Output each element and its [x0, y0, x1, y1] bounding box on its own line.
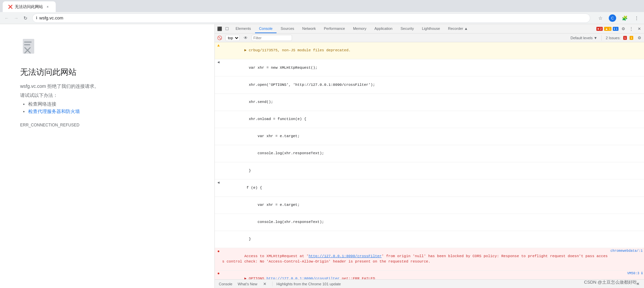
spacer-10	[216, 215, 221, 220]
error-icon-2: ●	[216, 272, 221, 276]
tab-sources[interactable]: Sources	[277, 24, 298, 33]
bottom-tab-whatsnew[interactable]: What's New	[236, 281, 258, 287]
spacer-9	[216, 198, 221, 203]
devtools-settings-button[interactable]: ⚙	[620, 25, 627, 32]
devtools-bottom-bar: Console What's New ✕ Highlights from the…	[215, 279, 644, 288]
bookmark-button[interactable]: ☆	[596, 13, 605, 23]
browser-actions: ☆ C 🧩 ⋮	[596, 13, 641, 23]
reload-button[interactable]: ↻	[21, 14, 30, 22]
profile-button[interactable]: C	[608, 13, 617, 23]
url-text: wsfg.vc.com	[39, 15, 63, 20]
browser-tab-bar: ❌ 无法访问此网站 ×	[0, 0, 644, 12]
error-icon-1: ●	[216, 249, 221, 254]
spacer-3	[216, 95, 221, 100]
console-code-text-5: var xhr = e.target;	[222, 129, 643, 144]
back-button[interactable]: ←	[3, 14, 11, 22]
console-code-text-7: }	[222, 163, 643, 178]
console-entry-warning: ▲ ► crbug/1173575, non-JS module files d…	[215, 42, 644, 59]
whatsnew-close-button[interactable]: ✕	[261, 281, 268, 287]
watermark: CSDN @土豆怎么做都好吃。	[584, 279, 641, 285]
error-suggestions-list: 检查网络连接 检查代理服务器和防火墙	[20, 101, 194, 115]
options-error-location[interactable]: VM50:3 ℹ	[627, 271, 643, 276]
console-code-text-11: }	[222, 232, 643, 247]
browser-toolbar: ← → ↻ ℹ wsfg.vc.com ☆ C 🧩 ⋮	[0, 12, 644, 24]
console-code-text-1: var xhr = new XMLHttpRequest();	[222, 60, 643, 75]
tab-console[interactable]: Console	[255, 24, 277, 33]
console-code-entry-9: var xhr = e.target;	[215, 197, 644, 214]
tab-lighthouse[interactable]: Lighthouse	[418, 24, 444, 33]
clear-console-button[interactable]: 🚫	[216, 35, 223, 41]
console-code-entry-7: }	[215, 162, 644, 179]
options-link[interactable]: http://127.0.0.1:8090/crossFilter	[266, 277, 340, 279]
console-code-text-2: xhr.open('OPTIONS', 'http://127.0.0.1:80…	[222, 77, 643, 93]
devtools-close-button[interactable]: ✕	[636, 25, 643, 32]
console-code-entry-2: xhr.open('OPTIONS', 'http://127.0.0.1:80…	[215, 76, 644, 94]
address-bar[interactable]: ℹ wsfg.vc.com	[32, 13, 590, 23]
error-suggestions-title: 请试试以下办法：	[20, 93, 194, 99]
issues-label: 2 Issues:	[606, 36, 621, 40]
forward-button[interactable]: →	[12, 14, 20, 22]
tab-recorder[interactable]: Recorder ▲	[444, 24, 472, 33]
spacer-2	[216, 77, 221, 82]
nav-buttons: ← → ↻	[3, 14, 30, 22]
context-select[interactable]: top	[226, 35, 240, 41]
warning-icon: ▲	[216, 43, 221, 48]
error-page-icon	[20, 38, 40, 58]
expand-icon-1[interactable]: ◄	[216, 60, 221, 65]
spacer-7	[216, 163, 221, 168]
devtools-tab-bar: ⬛ ☐ Elements Console Sources Network Per…	[215, 24, 644, 34]
console-error-text-cors: Access to XMLHttpRequest at 'http://127.…	[222, 249, 608, 270]
second-settings-button[interactable]: ⚙	[636, 35, 643, 41]
suggestion-2[interactable]: 检查代理服务器和防火墙	[28, 109, 194, 115]
devtools-dock-button[interactable]: ⬛	[216, 25, 223, 32]
active-tab[interactable]: ❌ 无法访问此网站 ×	[3, 1, 56, 12]
devtools-panel: ⬛ ☐ Elements Console Sources Network Per…	[214, 24, 644, 288]
devtools-inspect-button[interactable]: ☐	[224, 25, 230, 32]
spacer-11	[216, 232, 221, 237]
tab-performance[interactable]: Performance	[320, 24, 349, 33]
error-title: 无法访问此网站	[20, 67, 194, 77]
console-code-entry-3: xhr.send();	[215, 94, 644, 111]
cors-error-location[interactable]: chromewebdata/:1	[610, 249, 643, 253]
puzzle-button[interactable]: 🧩	[620, 13, 629, 23]
expand-icon-2[interactable]: ◄	[216, 180, 221, 185]
more-button[interactable]: ⋮	[632, 13, 641, 23]
filter-input[interactable]	[252, 35, 292, 41]
error-subtitle1: wsfg.vc.com 拒绝了我们的连接请求。	[20, 83, 194, 90]
info-count-badge: ℹ 1	[613, 27, 618, 31]
console-warning-text: ► crbug/1173575, non-JS module files dep…	[222, 43, 643, 58]
tab-security[interactable]: Security	[396, 24, 418, 33]
tab-favicon: ❌	[8, 5, 13, 9]
tab-application[interactable]: Application	[370, 24, 397, 33]
issues-badge-yellow: 1	[630, 36, 633, 40]
profile-avatar: C	[609, 14, 616, 22]
suggestion-1-text: 检查网络连接	[28, 101, 56, 107]
devtools-second-toolbar: 🚫 top 👁 Default levels ▼ 2 Issues: 1 1 ⚙	[215, 34, 644, 42]
suggestion-1: 检查网络连接	[28, 101, 194, 107]
spacer-4	[216, 112, 221, 117]
eye-button[interactable]: 👁	[242, 35, 249, 41]
console-error-cors: ● Access to XMLHttpRequest at 'http://12…	[215, 248, 644, 271]
console-code-text-9: var xhr = e.target;	[222, 197, 643, 213]
console-code-text-10: console.log(xhr.responseText);	[222, 215, 643, 230]
tab-network[interactable]: Network	[298, 24, 320, 33]
tab-close-button[interactable]: ×	[45, 4, 50, 9]
console-error-text-options: ► OPTIONS http://127.0.0.1:8090/crossFil…	[222, 271, 625, 279]
bottom-tab-console[interactable]: Console	[217, 281, 234, 287]
cors-link[interactable]: http://127.0.0.1:8090/crossFilter	[308, 254, 382, 258]
console-code-entry-4: xhr.onload = function(e) {	[215, 111, 644, 128]
error-code: ERR_CONNECTION_REFUSED	[20, 123, 194, 127]
svg-rect-2	[24, 44, 30, 45]
tab-memory[interactable]: Memory	[349, 24, 370, 33]
spacer-6	[216, 146, 221, 151]
suggestion-2-link[interactable]: 检查代理服务器和防火墙	[28, 109, 80, 114]
error-count-badge: ● 2	[596, 27, 603, 31]
devtools-more-button[interactable]: ⋮	[628, 25, 635, 32]
tab-elements[interactable]: Elements	[232, 24, 255, 33]
console-error-options: ● ► OPTIONS http://127.0.0.1:8090/crossF…	[215, 271, 644, 279]
bottom-divider	[272, 282, 273, 286]
divider	[601, 35, 602, 41]
console-code-text-4: xhr.onload = function(e) {	[222, 112, 643, 127]
console-code-text-3: xhr.send();	[222, 95, 643, 110]
console-code-entry-5: var xhr = e.target;	[215, 128, 644, 145]
